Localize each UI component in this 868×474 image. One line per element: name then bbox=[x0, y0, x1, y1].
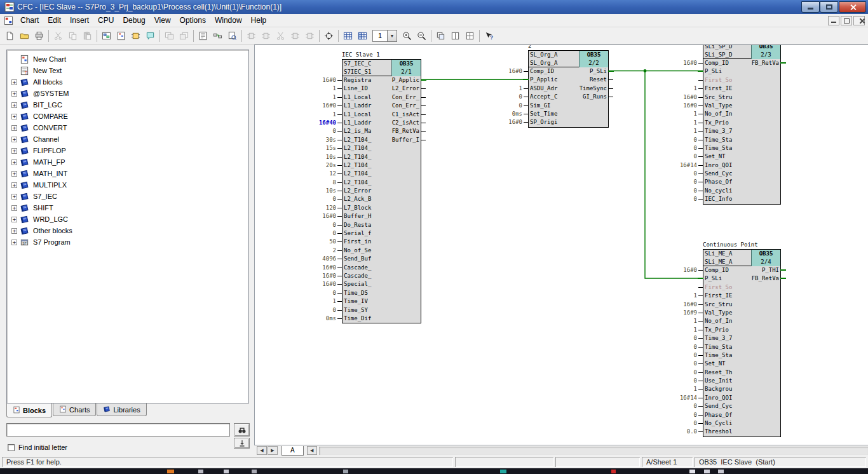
input-pin[interactable] bbox=[698, 321, 703, 322]
show-levels-button[interactable] bbox=[433, 29, 448, 43]
pin-row[interactable]: First_So bbox=[703, 76, 780, 85]
pin-row[interactable]: 16#0Comp_IDP_SLi bbox=[529, 67, 608, 76]
block-sli-sp-d[interactable]: SLi_SP_DSLi_SP_DOB352/316#0Comp_IDFB_Ret… bbox=[703, 44, 781, 205]
expander-plus-icon[interactable]: + bbox=[11, 125, 17, 131]
input-pin[interactable] bbox=[698, 173, 703, 174]
tree-item-flipflop[interactable]: +FLIPFLOP bbox=[7, 145, 248, 156]
checkbox-icon[interactable] bbox=[8, 444, 15, 451]
expander-plus-icon[interactable]: + bbox=[11, 194, 17, 200]
input-pin[interactable] bbox=[698, 182, 703, 182]
input-pin[interactable] bbox=[698, 191, 703, 191]
maximize-button[interactable] bbox=[820, 1, 838, 13]
overview-button[interactable] bbox=[355, 29, 370, 43]
pin-row[interactable]: 30sL2_T104_Buffer_I bbox=[342, 136, 421, 144]
pin-row[interactable]: 16#0RegistraP_Applic bbox=[342, 76, 421, 85]
input-pin[interactable] bbox=[524, 114, 529, 114]
input-pin[interactable] bbox=[337, 233, 342, 234]
input-pin[interactable] bbox=[698, 338, 703, 339]
find-button[interactable] bbox=[234, 423, 250, 437]
input-pin[interactable] bbox=[698, 199, 703, 200]
open-chart-button[interactable] bbox=[196, 29, 210, 43]
pin-row[interactable]: 0Sim_GI bbox=[529, 102, 608, 110]
input-pin[interactable] bbox=[337, 216, 342, 217]
input-pin[interactable] bbox=[698, 165, 703, 166]
tab-libraries[interactable]: Libraries bbox=[97, 403, 146, 416]
pin-row[interactable]: P_SLiFB_RetVa bbox=[703, 274, 780, 283]
open-button[interactable] bbox=[17, 29, 32, 43]
horizontal-scrollbar[interactable] bbox=[319, 447, 868, 455]
pin-row[interactable]: 120L7_Block bbox=[342, 204, 421, 212]
input-pin[interactable] bbox=[337, 191, 342, 191]
pin-row[interactable]: 1Time_IV bbox=[342, 297, 421, 306]
pin-row[interactable]: 1Tx_Prio bbox=[703, 119, 780, 127]
input-pin[interactable] bbox=[337, 182, 342, 183]
pin-row[interactable]: 10sL2_Error bbox=[342, 187, 421, 195]
input-pin[interactable] bbox=[524, 97, 529, 97]
tree-item-s7-iec[interactable]: +S7_IEC bbox=[7, 191, 248, 202]
pin-row[interactable]: 10sL2_T104_ bbox=[342, 153, 421, 161]
catalog-charts-button[interactable] bbox=[114, 29, 128, 43]
tree-item-new-text[interactable]: TNew Text bbox=[7, 65, 248, 76]
tree-item-system[interactable]: +@SYSTEM bbox=[7, 88, 248, 99]
pin-row[interactable]: 1No_of_In bbox=[703, 110, 780, 118]
chart-partition-button[interactable] bbox=[448, 29, 463, 43]
pin-row[interactable]: 0Time_Sta bbox=[703, 144, 780, 152]
pin-row[interactable]: P_SLi bbox=[703, 67, 780, 76]
expander-plus-icon[interactable]: + bbox=[11, 171, 17, 177]
pin-row[interactable]: 0Phase_Of bbox=[703, 178, 780, 186]
expander-plus-icon[interactable]: + bbox=[11, 79, 17, 85]
menu-window[interactable]: Window bbox=[210, 15, 247, 26]
output-pin[interactable] bbox=[608, 88, 613, 89]
output-pin[interactable] bbox=[608, 97, 613, 97]
mdi-restore-button[interactable] bbox=[841, 16, 852, 25]
pin-row[interactable]: 16#0Special_ bbox=[342, 280, 421, 288]
output-pin[interactable] bbox=[780, 62, 786, 64]
input-pin[interactable] bbox=[698, 105, 703, 106]
input-pin[interactable] bbox=[698, 313, 703, 313]
pin-row[interactable]: 0Accept_CGI_Runs bbox=[529, 93, 608, 101]
find-in-chart-button[interactable] bbox=[225, 29, 240, 43]
pin-row[interactable]: 0Time_Sta bbox=[703, 136, 780, 144]
pin-row[interactable]: 0Time_DS bbox=[342, 289, 421, 297]
pin-row[interactable]: 16#0SP_Origi bbox=[529, 118, 608, 126]
tab-blocks[interactable]: Blocks bbox=[6, 403, 52, 417]
pin-row[interactable]: 12L2_T104_ bbox=[342, 170, 421, 178]
pin-row[interactable]: 16#0Src_Stru bbox=[703, 301, 780, 309]
block-continuous-point[interactable]: Continuous PointSLi_ME_ASLi_ME_AOB352/41… bbox=[703, 249, 781, 437]
pin-row[interactable]: 1No_of_In bbox=[703, 317, 780, 325]
pin-row[interactable]: 4096Send_Buf bbox=[342, 255, 421, 263]
input-pin[interactable] bbox=[337, 148, 342, 149]
input-pin[interactable] bbox=[698, 372, 703, 373]
zoom-out-button[interactable] bbox=[414, 29, 429, 43]
input-pin[interactable] bbox=[698, 148, 703, 149]
input-pin[interactable] bbox=[698, 63, 703, 64]
pin-row[interactable]: 1L1_LocalC1_isAct bbox=[342, 111, 421, 119]
pin-row[interactable]: 0Use_Init bbox=[703, 377, 780, 385]
input-pin[interactable] bbox=[337, 241, 342, 242]
input-pin[interactable] bbox=[698, 431, 703, 432]
input-pin[interactable] bbox=[698, 71, 703, 72]
input-pin[interactable] bbox=[337, 310, 342, 311]
input-pin[interactable] bbox=[698, 330, 703, 330]
pin-row[interactable]: 16#0Cascade_ bbox=[342, 272, 421, 280]
print-button[interactable] bbox=[32, 29, 46, 43]
pin-row[interactable]: 1ASDU_AdrTimeSync bbox=[529, 85, 608, 93]
pin-row[interactable]: 0Time_Sta bbox=[703, 351, 780, 360]
input-pin[interactable] bbox=[337, 80, 342, 81]
menu-chart[interactable]: Chart bbox=[16, 15, 43, 26]
input-pin[interactable] bbox=[698, 114, 703, 114]
pin-row[interactable]: 16#0L1_LaddrCon_Err_ bbox=[342, 102, 421, 110]
pin-row[interactable]: 0L2_Ack_B bbox=[342, 195, 421, 203]
input-pin[interactable] bbox=[337, 199, 342, 200]
tree-item-math-int[interactable]: +MATH_INT bbox=[7, 168, 248, 179]
pin-row[interactable]: 1Tx_Prio bbox=[703, 326, 780, 334]
input-pin[interactable] bbox=[337, 131, 342, 132]
expander-plus-icon[interactable]: + bbox=[11, 182, 17, 188]
menu-options[interactable]: Options bbox=[175, 15, 210, 26]
zoom-in-button[interactable] bbox=[400, 29, 414, 43]
output-pin[interactable] bbox=[780, 269, 786, 271]
output-pin[interactable] bbox=[421, 114, 426, 115]
close-button[interactable] bbox=[839, 1, 866, 13]
input-pin[interactable] bbox=[337, 259, 342, 259]
expander-plus-icon[interactable]: + bbox=[11, 102, 17, 108]
